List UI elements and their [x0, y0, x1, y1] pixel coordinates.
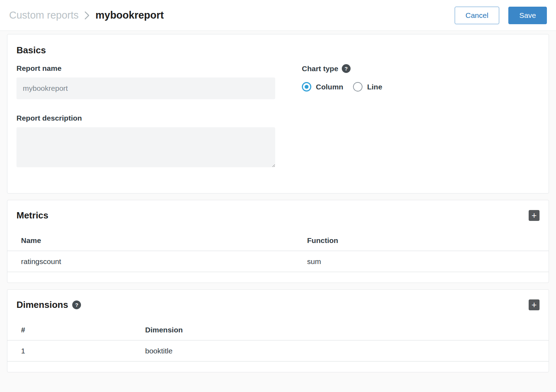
- metric-name-cell: ratingscount: [7, 257, 307, 266]
- report-name-input[interactable]: [16, 77, 275, 99]
- basics-right-column: Chart type ? Column Line: [302, 64, 540, 167]
- dimensions-title: Dimensions: [16, 299, 68, 310]
- dimensions-section: Dimensions ? + # Dimension 1 booktitle: [7, 289, 549, 372]
- table-row[interactable]: 1 booktitle: [7, 340, 549, 361]
- chart-type-help-icon[interactable]: ?: [342, 64, 351, 73]
- radio-column-label: Column: [316, 83, 343, 91]
- chart-type-option-column[interactable]: Column: [302, 82, 343, 92]
- basics-section: Basics Report name Report description Ch…: [7, 34, 549, 194]
- chart-type-option-line[interactable]: Line: [353, 82, 382, 92]
- table-row[interactable]: ratingscount sum: [7, 251, 549, 272]
- cancel-button[interactable]: Cancel: [455, 7, 499, 24]
- radio-line-label: Line: [367, 83, 382, 91]
- radio-line-icon[interactable]: [353, 82, 362, 92]
- header-actions: Cancel Save: [455, 7, 547, 24]
- metrics-col-function: Function: [307, 236, 549, 245]
- basics-title: Basics: [16, 45, 540, 56]
- save-button[interactable]: Save: [508, 7, 547, 24]
- dimensions-help-icon[interactable]: ?: [72, 300, 81, 309]
- breadcrumb: Custom reports mybookreport: [9, 9, 455, 21]
- metrics-col-name: Name: [7, 236, 307, 245]
- dimensions-table: # Dimension 1 booktitle: [7, 319, 549, 361]
- metrics-title: Metrics: [16, 210, 48, 221]
- dimensions-col-index: #: [7, 326, 145, 334]
- report-name-label: Report name: [16, 64, 275, 73]
- metrics-section: Metrics + Name Function ratingscount sum: [7, 200, 549, 283]
- dimension-name-cell: booktitle: [145, 347, 549, 355]
- chart-type-label: Chart type: [302, 65, 338, 73]
- radio-column-icon[interactable]: [302, 82, 311, 92]
- dimensions-col-dimension: Dimension: [145, 326, 549, 334]
- report-description-label: Report description: [16, 114, 275, 122]
- dimensions-table-header: # Dimension: [7, 319, 549, 340]
- report-description-textarea[interactable]: [16, 127, 275, 167]
- metric-function-cell: sum: [307, 257, 549, 266]
- add-dimension-button[interactable]: +: [529, 299, 540, 310]
- header: Custom reports mybookreport Cancel Save: [0, 0, 556, 31]
- basics-left-column: Report name Report description: [16, 64, 275, 167]
- main-content: Basics Report name Report description Ch…: [0, 31, 556, 388]
- chart-type-label-row: Chart type ?: [302, 64, 540, 73]
- breadcrumb-custom-reports-link[interactable]: Custom reports: [9, 9, 79, 21]
- chevron-right-icon: [84, 11, 90, 20]
- dimension-index-cell: 1: [7, 347, 145, 355]
- chart-type-options: Column Line: [302, 82, 540, 92]
- add-metric-button[interactable]: +: [529, 210, 540, 221]
- metrics-table-header: Name Function: [7, 230, 549, 251]
- metrics-table: Name Function ratingscount sum: [7, 230, 549, 272]
- breadcrumb-current-report-name: mybookreport: [95, 9, 164, 21]
